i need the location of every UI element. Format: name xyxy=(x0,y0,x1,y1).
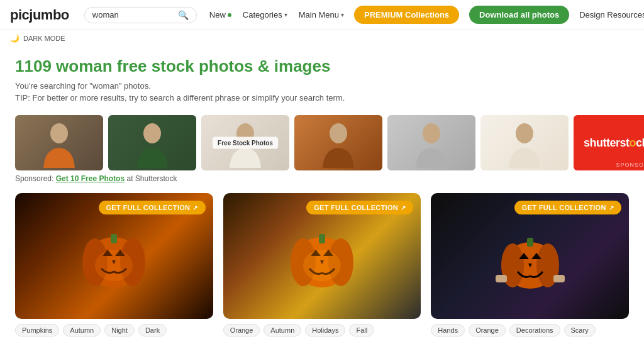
person-image xyxy=(15,115,103,170)
page-title: 1109 woman free stock photos & images xyxy=(15,57,629,76)
photo-card-image-1[interactable]: GET FULL COLLECTION ↗ xyxy=(15,193,213,319)
design-resources-link[interactable]: Design Resources xyxy=(579,10,644,19)
free-stock-badge: Free Stock Photos xyxy=(213,137,278,149)
nav-new[interactable]: New xyxy=(209,10,231,19)
moon-icon: 🌙 xyxy=(10,34,19,43)
tag[interactable]: Pumpkins xyxy=(15,324,59,337)
svg-point-3 xyxy=(330,123,347,143)
search-icon[interactable]: 🔍 xyxy=(178,10,189,20)
chevron-down-icon: ▾ xyxy=(284,11,287,18)
nav-categories[interactable]: Categories ▾ xyxy=(243,10,287,19)
sponsored-thumb-5[interactable] xyxy=(387,115,475,170)
tag[interactable]: Night xyxy=(104,324,135,337)
svg-point-13 xyxy=(95,250,133,281)
photo-grid: GET FULL COLLECTION ↗ Pumpkins Autumn Ni… xyxy=(15,193,629,337)
logo-text2: jumbo xyxy=(29,7,69,23)
sponsored-thumb-1[interactable] xyxy=(15,115,103,170)
photo-card[interactable]: GET FULL COLLECTION ↗ Pumpkins Autumn Ni… xyxy=(15,193,213,337)
external-link-icon: ↗ xyxy=(192,204,197,211)
shutterstock-ad[interactable]: shutterstock® SPONSORED xyxy=(574,115,644,170)
shutterstock-logo: shutterstock® xyxy=(584,136,644,150)
site-logo[interactable]: picjumbo xyxy=(10,7,69,23)
photo-card-image-2[interactable]: GET FULL COLLECTION ↗ xyxy=(223,193,421,319)
svg-rect-9 xyxy=(111,234,117,243)
photo-tags-3: Hands Orange Decorations Scary xyxy=(431,324,629,337)
tag[interactable]: Autumn xyxy=(264,324,301,337)
search-input[interactable] xyxy=(92,10,174,19)
svg-rect-30 xyxy=(553,275,565,282)
download-all-button[interactable]: Download all photos xyxy=(469,6,569,24)
search-tip: TIP: For better or more results, try to … xyxy=(15,93,629,103)
sponsored-thumb-4[interactable] xyxy=(294,115,382,170)
svg-point-21 xyxy=(303,250,341,281)
svg-point-1 xyxy=(143,123,161,143)
tag[interactable]: Hands xyxy=(431,324,465,337)
shutterstock-link[interactable]: Get 10 Free Photos xyxy=(56,174,125,183)
get-full-collection-button-2[interactable]: GET FULL COLLECTION ↗ xyxy=(306,201,413,214)
svg-rect-17 xyxy=(319,234,325,243)
person-image xyxy=(480,115,569,170)
search-bar: 🔍 xyxy=(84,7,197,23)
photo-tags-2: Orange Autumn Holidays Fall xyxy=(223,324,421,337)
tag[interactable]: Orange xyxy=(469,324,506,337)
person-image xyxy=(387,115,475,170)
logo-text: pic xyxy=(10,7,29,23)
photo-card[interactable]: GET FULL COLLECTION ↗ Orange Autumn Holi… xyxy=(223,193,421,337)
search-description: You're searching for "woman" photos. xyxy=(15,81,629,91)
svg-point-4 xyxy=(423,123,440,143)
sponsored-row: Free Stock Photos xyxy=(15,115,629,170)
tag[interactable]: Orange xyxy=(223,324,260,337)
svg-point-0 xyxy=(50,123,68,143)
photo-tags-1: Pumpkins Autumn Night Dark xyxy=(15,324,213,337)
svg-rect-29 xyxy=(496,275,507,282)
photo-card-image-3[interactable]: GET FULL COLLECTION ↗ xyxy=(431,193,629,319)
tag[interactable]: Dark xyxy=(138,324,167,337)
external-link-icon: ↗ xyxy=(609,204,614,211)
sponsored-thumb-3[interactable]: Free Stock Photos xyxy=(201,115,289,170)
dark-mode-label: DARK MODE xyxy=(23,35,65,42)
tag[interactable]: Decorations xyxy=(509,324,560,337)
sponsored-badge: SPONSORED xyxy=(616,162,644,168)
nav-main-menu[interactable]: Main Menu ▾ xyxy=(299,10,344,19)
sponsored-thumb-2[interactable] xyxy=(108,115,196,170)
nav-links: New Categories ▾ Main Menu ▾ xyxy=(209,10,344,19)
tag[interactable]: Autumn xyxy=(63,324,101,337)
get-full-collection-button-3[interactable]: GET FULL COLLECTION ↗ xyxy=(514,201,621,214)
tag[interactable]: Fall xyxy=(349,324,374,337)
tag[interactable]: Holidays xyxy=(305,324,345,337)
person-image xyxy=(294,115,382,170)
photo-card[interactable]: GET FULL COLLECTION ↗ Hands Orange Decor… xyxy=(431,193,629,337)
external-link-icon: ↗ xyxy=(401,204,406,211)
new-dot xyxy=(228,13,231,17)
svg-point-5 xyxy=(516,123,533,143)
navbar: picjumbo 🔍 New Categories ▾ Main Menu ▾ … xyxy=(0,0,644,30)
main-content: 1109 woman free stock photos & images Yo… xyxy=(0,47,644,347)
chevron-down-icon: ▾ xyxy=(341,11,344,18)
person-image xyxy=(108,115,196,170)
get-full-collection-button-1[interactable]: GET FULL COLLECTION ↗ xyxy=(99,201,206,214)
dark-mode-toggle[interactable]: 🌙 DARK MODE xyxy=(0,30,644,47)
svg-rect-25 xyxy=(527,238,533,247)
sponsored-label: Sponsored: Get 10 Free Photos at Shutter… xyxy=(15,174,629,183)
sponsored-thumb-6[interactable] xyxy=(480,115,569,170)
premium-collections-button[interactable]: PREMIUM Collections xyxy=(354,6,459,24)
tag[interactable]: Scary xyxy=(564,324,596,337)
